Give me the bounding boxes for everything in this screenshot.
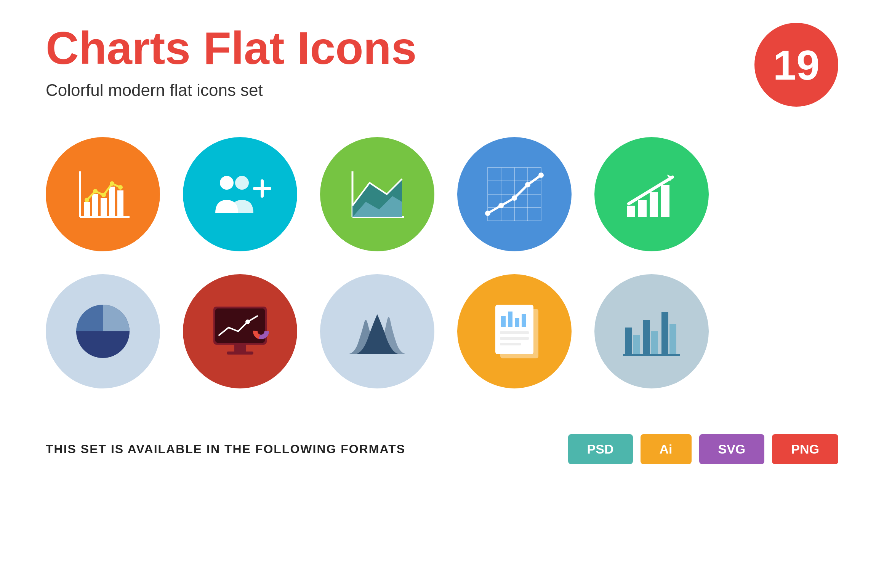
ai-button[interactable]: Ai (641, 434, 692, 464)
svg-point-7 (85, 198, 89, 202)
footer-section: THIS SET IS AVAILABLE IN THE FOLLOWING F… (46, 419, 838, 464)
bell-curve-icon[interactable] (320, 274, 434, 388)
svg-rect-3 (92, 194, 98, 217)
svg-rect-4 (101, 198, 107, 217)
svg-rect-53 (500, 309, 538, 358)
svg-point-12 (220, 176, 234, 190)
grid-line-chart-icon[interactable] (457, 137, 572, 251)
svg-point-11 (118, 185, 123, 190)
svg-point-10 (110, 181, 114, 186)
main-title: Charts Flat Icons (46, 23, 417, 73)
svg-rect-40 (234, 345, 246, 352)
svg-rect-57 (651, 331, 658, 354)
area-chart-icon[interactable] (320, 137, 434, 251)
growth-chart-icon[interactable] (594, 137, 709, 251)
bar-chart-icon[interactable] (594, 274, 709, 388)
icons-row-1 (46, 137, 838, 251)
svg-rect-55 (633, 335, 640, 354)
page-container: Charts Flat Icons Colorful modern flat i… (0, 0, 884, 588)
svg-button[interactable]: SVG (699, 434, 765, 464)
subtitle: Colorful modern flat icons set (46, 81, 417, 100)
svg-point-31 (538, 173, 544, 178)
psd-button[interactable]: PSD (568, 434, 633, 464)
svg-rect-59 (669, 324, 676, 354)
format-buttons: PSD Ai SVG PNG (568, 434, 838, 464)
png-button[interactable]: PNG (772, 434, 838, 464)
svg-point-42 (245, 320, 250, 324)
badge-number: 19 (773, 41, 820, 89)
svg-rect-33 (638, 200, 647, 217)
header-section: Charts Flat Icons Colorful modern flat i… (46, 23, 838, 107)
svg-rect-5 (109, 187, 115, 217)
svg-rect-58 (661, 312, 668, 354)
svg-point-27 (485, 211, 490, 216)
title-block: Charts Flat Icons Colorful modern flat i… (46, 23, 417, 100)
svg-point-13 (235, 176, 249, 190)
svg-rect-32 (627, 206, 635, 217)
svg-rect-6 (117, 190, 123, 217)
formats-label: THIS SET IS AVAILABLE IN THE FOLLOWING F… (46, 442, 405, 456)
svg-rect-35 (661, 185, 669, 217)
svg-rect-34 (650, 192, 658, 217)
bar-line-chart-icon[interactable] (46, 137, 160, 251)
svg-rect-2 (84, 202, 90, 217)
svg-point-30 (525, 182, 530, 187)
svg-point-9 (101, 193, 106, 197)
svg-rect-56 (643, 320, 650, 354)
badge-circle: 19 (754, 23, 838, 107)
icons-row-2 (46, 274, 838, 388)
svg-point-29 (512, 195, 517, 201)
monitor-chart-icon[interactable] (183, 274, 297, 388)
svg-rect-54 (625, 328, 632, 354)
icons-grid (46, 137, 838, 388)
svg-rect-41 (227, 352, 253, 355)
pie-chart-icon[interactable] (46, 274, 160, 388)
svg-point-8 (93, 189, 98, 193)
svg-point-28 (498, 203, 504, 208)
report-icon[interactable] (457, 274, 572, 388)
people-add-icon[interactable] (183, 137, 297, 251)
